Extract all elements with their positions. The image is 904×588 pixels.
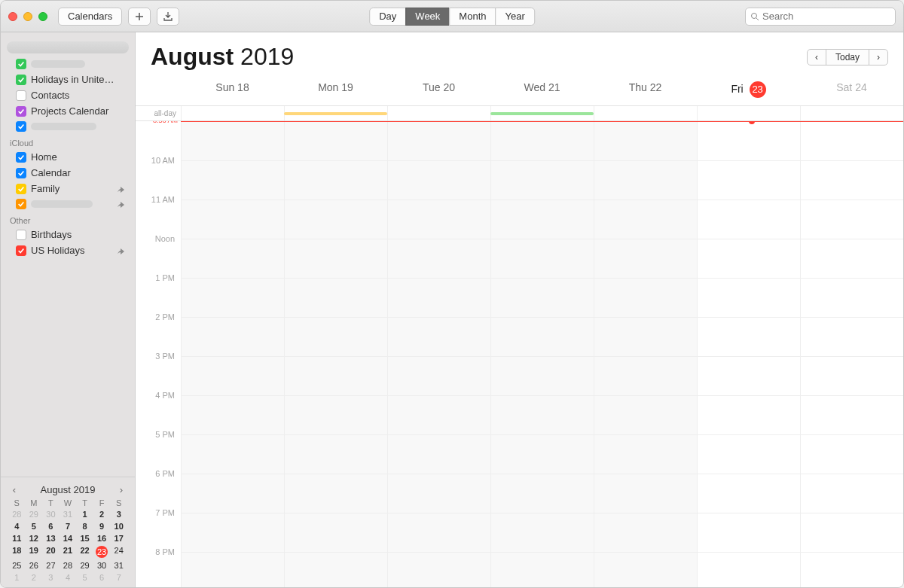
calendar-item[interactable]: Family xyxy=(1,181,135,197)
minical-day[interactable]: 27 xyxy=(42,560,60,571)
minical-day[interactable]: 28 xyxy=(8,509,26,519)
minical-day[interactable]: 5 xyxy=(76,572,93,583)
close-button[interactable] xyxy=(8,12,17,21)
minical-day[interactable]: 2 xyxy=(26,572,43,583)
minical-day[interactable]: 28 xyxy=(60,560,77,571)
calendar-item[interactable]: Contacts xyxy=(1,87,135,103)
minical-prev-button[interactable]: ‹ xyxy=(8,483,20,495)
app-window: Calendars DayWeekMonthYear Holidays in U… xyxy=(0,0,904,588)
minical-day[interactable]: 26 xyxy=(26,560,43,571)
add-event-button[interactable] xyxy=(128,8,151,26)
minical-day[interactable]: 20 xyxy=(42,545,60,559)
day-header[interactable]: Fri 23 xyxy=(697,77,800,105)
allday-event[interactable] xyxy=(490,112,594,115)
minical-day[interactable]: 1 xyxy=(76,509,93,519)
view-day-button[interactable]: Day xyxy=(369,8,406,26)
minical-day[interactable]: 10 xyxy=(110,521,127,532)
minical-day[interactable]: 13 xyxy=(42,533,60,544)
calendar-checkbox[interactable] xyxy=(16,245,26,256)
minical-day[interactable]: 14 xyxy=(60,533,77,544)
calendar-item[interactable]: Home xyxy=(1,149,135,165)
calendar-checkbox[interactable] xyxy=(16,168,26,178)
calendar-item[interactable] xyxy=(1,56,135,72)
calendar-item[interactable]: Projects Calendar xyxy=(1,103,135,119)
grid-columns[interactable]: 8:56 AM xyxy=(181,121,903,587)
minical-day[interactable]: 2 xyxy=(93,509,111,519)
minical-day[interactable]: 24 xyxy=(110,545,127,559)
time-gutter: 10 AM11 AMNoon1 PM2 PM3 PM4 PM5 PM6 PM7 … xyxy=(136,121,181,587)
calendar-label xyxy=(31,123,126,130)
minical-day[interactable]: 25 xyxy=(8,560,26,571)
minical-day[interactable]: 6 xyxy=(42,521,60,532)
calendar-item[interactable]: Birthdays xyxy=(1,227,135,242)
calendar-checkbox[interactable] xyxy=(16,59,26,69)
calendar-checkbox[interactable] xyxy=(16,106,26,117)
calendar-checkbox[interactable] xyxy=(16,75,26,85)
view-month-button[interactable]: Month xyxy=(449,8,496,26)
allday-event[interactable] xyxy=(284,112,387,115)
hour-label: 5 PM xyxy=(136,430,181,469)
calendar-item[interactable]: US Holidays xyxy=(1,242,135,258)
calendar-item[interactable] xyxy=(1,197,135,212)
minical-day[interactable]: 30 xyxy=(42,509,60,519)
minical-day[interactable]: 31 xyxy=(60,509,77,519)
calendar-item[interactable] xyxy=(1,119,135,134)
calendar-item[interactable]: Holidays in Unite… xyxy=(1,72,135,87)
minical-day[interactable]: 7 xyxy=(60,521,77,532)
minical-day[interactable]: 3 xyxy=(42,572,60,583)
zoom-button[interactable] xyxy=(38,12,47,21)
sidebar-group-label: iCloud xyxy=(1,134,135,149)
next-week-button[interactable]: › xyxy=(869,49,888,66)
minical-day[interactable]: 16 xyxy=(93,533,111,544)
minical-day[interactable]: 9 xyxy=(93,521,111,532)
calendar-item[interactable]: Calendar xyxy=(1,165,135,181)
day-header[interactable]: Sat 24 xyxy=(800,77,903,105)
search-input[interactable] xyxy=(762,11,890,22)
minical-day[interactable]: 12 xyxy=(26,533,43,544)
hour-label: 6 PM xyxy=(136,469,181,508)
allday-cells[interactable] xyxy=(181,106,903,120)
view-year-button[interactable]: Year xyxy=(495,8,534,26)
minical-day[interactable]: 1 xyxy=(8,572,26,583)
minical-day[interactable]: 22 xyxy=(76,545,93,559)
search-field[interactable] xyxy=(745,8,896,26)
day-header[interactable]: Wed 21 xyxy=(490,77,594,105)
week-grid[interactable]: 10 AM11 AMNoon1 PM2 PM3 PM4 PM5 PM6 PM7 … xyxy=(136,121,903,587)
calendar-checkbox[interactable] xyxy=(16,184,26,194)
calendar-checkbox[interactable] xyxy=(16,152,26,163)
calendar-checkbox[interactable] xyxy=(16,199,26,209)
day-header[interactable]: Mon 19 xyxy=(284,77,387,105)
minical-day[interactable]: 29 xyxy=(26,509,43,519)
calendars-toggle-button[interactable]: Calendars xyxy=(58,8,122,26)
day-header[interactable]: Sun 18 xyxy=(181,77,284,105)
minical-next-button[interactable]: › xyxy=(115,483,127,495)
minical-day[interactable]: 4 xyxy=(60,572,77,583)
minical-day[interactable]: 7 xyxy=(110,572,127,583)
calendar-checkbox[interactable] xyxy=(16,230,26,240)
prev-week-button[interactable]: ‹ xyxy=(807,49,826,66)
minical-day[interactable]: 6 xyxy=(93,572,111,583)
minical-day[interactable]: 5 xyxy=(26,521,43,532)
day-header[interactable]: Thu 22 xyxy=(594,77,697,105)
minimize-button[interactable] xyxy=(23,12,32,21)
today-button[interactable]: Today xyxy=(826,49,869,66)
minical-day[interactable]: 30 xyxy=(93,560,111,571)
minical-day[interactable]: 4 xyxy=(8,521,26,532)
minical-day[interactable]: 11 xyxy=(8,533,26,544)
inbox-button[interactable] xyxy=(157,8,179,26)
minical-day[interactable]: 15 xyxy=(76,533,93,544)
minical-day[interactable]: 23 xyxy=(93,545,111,559)
minical-day[interactable]: 19 xyxy=(26,545,43,559)
hour-label: 3 PM xyxy=(136,352,181,391)
minical-day[interactable]: 3 xyxy=(110,509,127,519)
minical-day[interactable]: 21 xyxy=(60,545,77,559)
minical-day[interactable]: 8 xyxy=(76,521,93,532)
minical-day[interactable]: 29 xyxy=(76,560,93,571)
minical-day[interactable]: 17 xyxy=(110,533,127,544)
view-week-button[interactable]: Week xyxy=(405,8,450,26)
minical-day[interactable]: 18 xyxy=(8,545,26,559)
calendar-checkbox[interactable] xyxy=(16,121,26,132)
calendar-checkbox[interactable] xyxy=(16,90,26,101)
day-header[interactable]: Tue 20 xyxy=(387,77,490,105)
minical-day[interactable]: 31 xyxy=(110,560,127,571)
